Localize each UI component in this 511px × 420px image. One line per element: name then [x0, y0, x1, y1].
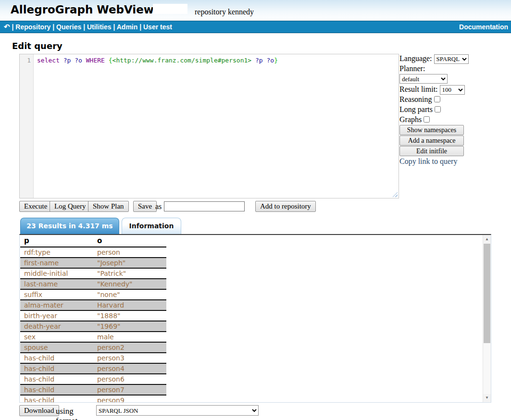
table-cell: has-child — [20, 384, 93, 395]
cell-o[interactable]: Harvard — [97, 301, 124, 309]
tab-results[interactable]: 23 Results in 4.317 ms — [20, 218, 119, 234]
cell-o[interactable]: "none" — [97, 291, 120, 298]
scroll-down-icon[interactable]: ▼ — [483, 394, 491, 402]
table-row: rdf:typeperson — [20, 247, 166, 258]
code-token-plain — [82, 57, 86, 64]
table-row: suffix"none" — [20, 289, 166, 300]
top-banner: AllegroGraph WebView repository kennedy — [0, 0, 511, 21]
copy-link-to-query[interactable]: Copy link to query — [399, 157, 465, 166]
show-plan-button[interactable]: Show Plan — [88, 201, 129, 212]
query-editor[interactable]: 1 select ?p ?o WHERE {<http://www.franz.… — [19, 54, 399, 198]
cell-o[interactable]: "Joseph" — [97, 259, 125, 267]
scrollbar-thumb[interactable] — [484, 244, 490, 343]
table-cell: birth-year — [20, 310, 93, 321]
cell-p[interactable]: has-child — [24, 365, 54, 372]
cell-p[interactable]: first-name — [24, 259, 59, 267]
save-button[interactable]: Save — [133, 201, 157, 212]
cell-o[interactable]: person — [97, 248, 120, 256]
nav-separator: | — [50, 23, 56, 31]
edit-initfile-button[interactable]: Edit initfile — [399, 146, 464, 156]
code-token-plain — [105, 57, 109, 64]
cell-o[interactable]: person3 — [97, 354, 125, 362]
execute-button[interactable]: Execute — [19, 201, 52, 212]
cell-p[interactable]: has-child — [24, 375, 54, 383]
add-to-repository-button[interactable]: Add to repository — [255, 201, 316, 212]
long-parts-row: Long parts — [399, 105, 465, 114]
page-title: Edit query — [12, 41, 62, 51]
cell-o[interactable]: "1888" — [97, 312, 121, 320]
cell-o[interactable]: "Patrick" — [97, 270, 126, 277]
code-token-bracket: } — [274, 57, 278, 64]
add-a-namespace-button[interactable]: Add a namespace — [399, 136, 464, 146]
cell-o[interactable]: person4 — [97, 365, 125, 372]
result-limit-row: Result limit: 100 — [399, 85, 465, 94]
cell-p[interactable]: sex — [24, 333, 36, 341]
cell-p[interactable]: birth-year — [24, 312, 57, 320]
long-parts-checkbox[interactable] — [435, 106, 441, 112]
cell-o[interactable]: "Kennedy" — [97, 280, 133, 288]
format-select[interactable]: SPARQL JSON — [96, 405, 259, 416]
nav-item-queries[interactable]: Queries — [56, 23, 81, 31]
scroll-up-icon[interactable]: ▲ — [483, 235, 491, 243]
cell-p[interactable]: spouse — [24, 344, 48, 351]
nav-item-admin[interactable]: Admin — [117, 23, 138, 31]
table-row: middle-initial"Patrick" — [20, 268, 166, 279]
nav-item-utilities[interactable]: Utilities — [87, 23, 112, 31]
tab-information[interactable]: Information — [122, 218, 181, 234]
results-table: po rdf:typepersonfirst-name"Joseph"middl… — [20, 235, 166, 403]
cell-p[interactable]: suffix — [24, 291, 42, 298]
line-number: 1 — [27, 57, 31, 64]
download-button[interactable]: Download — [19, 405, 59, 416]
nav-item-user-test[interactable]: User test — [143, 23, 172, 31]
graphs-row: Graphs — [399, 115, 465, 124]
cell-p[interactable]: last-name — [24, 280, 58, 288]
cell-o[interactable]: male — [97, 333, 114, 341]
cell-o[interactable]: person7 — [97, 386, 125, 394]
cell-o[interactable]: "1969" — [97, 322, 121, 330]
cell-p[interactable]: rdf:type — [24, 248, 50, 256]
table-cell: "none" — [93, 289, 166, 300]
table-cell: "Kennedy" — [93, 279, 166, 289]
as-label: as — [155, 202, 162, 211]
language-select[interactable]: SPARQL — [434, 54, 469, 64]
query-options-panel: Language: SPARQL Planner: default Result… — [399, 54, 465, 166]
cell-p[interactable]: middle-initial — [24, 270, 68, 277]
cell-p[interactable]: has-child — [24, 386, 54, 394]
results-scrollbar[interactable]: ▲ ▼ — [483, 235, 491, 402]
reasoning-label: Reasoning — [399, 95, 432, 103]
results-body: rdf:typepersonfirst-name"Joseph"middle-i… — [20, 247, 166, 403]
cell-o[interactable]: person2 — [97, 344, 125, 351]
table-cell: has-child — [20, 395, 93, 403]
table-row: has-childperson6 — [20, 374, 166, 384]
cell-p[interactable]: alma-mater — [24, 301, 63, 309]
table-cell: has-child — [20, 353, 93, 363]
code-token-plain — [60, 57, 63, 64]
nav-item-documentation[interactable]: Documentation — [459, 23, 508, 31]
nav-separator: | — [137, 23, 143, 31]
long-parts-label: Long parts — [399, 105, 433, 113]
back-arrow-icon[interactable]: ↶ — [4, 23, 10, 31]
show-namespaces-button[interactable]: Show namespaces — [399, 125, 464, 135]
cell-o[interactable]: person9 — [97, 396, 125, 403]
cell-p[interactable]: has-child — [24, 396, 54, 403]
code-line-content[interactable]: select ?p ?o WHERE {<http://www.franz.co… — [34, 54, 399, 198]
cell-p[interactable]: death-year — [24, 322, 61, 330]
reasoning-checkbox[interactable] — [434, 96, 440, 102]
planner-select[interactable]: default — [399, 74, 448, 84]
log-query-button[interactable]: Log Query — [50, 201, 90, 212]
language-row: Language: SPARQL — [399, 54, 465, 63]
nav-item-repository[interactable]: Repository — [15, 23, 50, 31]
namespace-buttons: Show namespacesAdd a namespaceEdit initf… — [399, 125, 465, 156]
table-cell: alma-mater — [20, 300, 93, 310]
table-row: has-childperson9 — [20, 395, 166, 403]
cell-p[interactable]: has-child — [24, 354, 54, 362]
table-row: birth-year"1888" — [20, 310, 166, 321]
nav-items: ↶ | Repository | Queries | Utilities | A… — [4, 21, 172, 33]
save-name-input[interactable] — [164, 201, 245, 211]
table-cell: Harvard — [93, 300, 166, 310]
table-row: has-childperson3 — [20, 353, 166, 363]
cell-o[interactable]: person6 — [97, 375, 125, 383]
table-cell: has-child — [20, 363, 93, 374]
graphs-checkbox[interactable] — [424, 116, 430, 123]
result-limit-select[interactable]: 100 — [440, 85, 465, 95]
